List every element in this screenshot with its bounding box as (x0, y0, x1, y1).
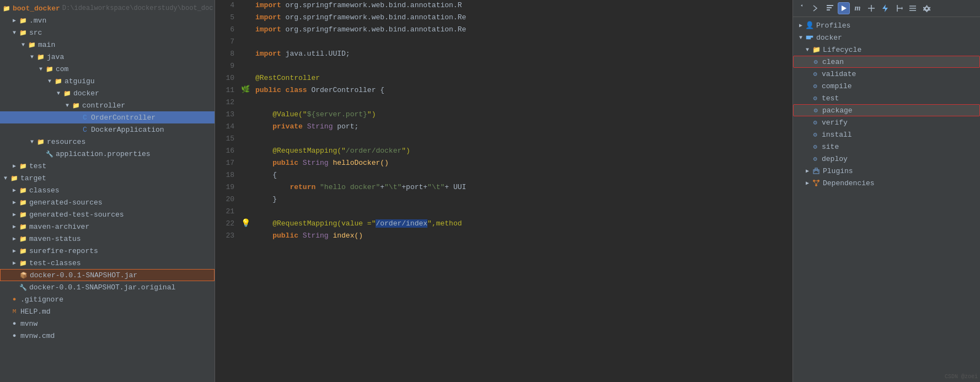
maven-test[interactable]: ⚙ test (793, 92, 980, 104)
line-content-5[interactable]: import org.springframework.web.bind.anno… (251, 12, 792, 23)
tree-atguigu[interactable]: ▼ 📁 atguigu (0, 75, 215, 87)
line-content-19[interactable]: return "hello docker"+"\t"+port+"\t"+ UU… (251, 182, 792, 192)
tree-docker-app-label: DockerApplication (91, 126, 164, 134)
tree-maven-status[interactable]: ▶ 📁 maven-status (0, 233, 215, 245)
line-content-20[interactable]: } (251, 194, 792, 205)
tree-gitignore[interactable]: ▶ ● .gitignore (0, 293, 215, 305)
maven-docker-module[interactable]: ▼ docker (793, 31, 980, 44)
tree-gen-test-sources[interactable]: ▶ 📁 generated-test-sources (0, 208, 215, 220)
line-content-17[interactable]: public String helloDocker() (251, 158, 792, 168)
maven-validate[interactable]: ⚙ validate (793, 68, 980, 80)
maven-dependencies[interactable]: ▶ Dependencies (793, 177, 980, 189)
tree-mvn[interactable]: ▶ 📁 .mvn (0, 14, 215, 26)
line-content-10[interactable]: @RestController (251, 73, 792, 83)
project-path: D:\idealworkspace\dockerstudy\boot_doc (62, 4, 213, 12)
line-content-22[interactable]: @RequestMapping(value ="/order/index",me… (251, 218, 792, 229)
tree-help-md[interactable]: ▶ M HELP.md (0, 305, 215, 318)
tree-order-controller[interactable]: ▶ C OrderController (0, 111, 215, 123)
line-content-8[interactable]: import java.util.UUID; (251, 49, 792, 59)
line-num-10: 10 (215, 73, 240, 82)
line-content-9[interactable] (251, 61, 792, 63)
tree-src[interactable]: ▼ 📁 src (0, 26, 215, 39)
refresh-button[interactable] (796, 2, 808, 14)
line-content-6[interactable]: import org.springframework.web.bind.anno… (251, 24, 792, 35)
tree-docker-pkg[interactable]: ▼ 📁 docker (0, 87, 215, 99)
tree-target[interactable]: ▼ 📁 target (0, 172, 215, 184)
line-content-23[interactable]: public String index() (251, 230, 792, 241)
maven-deploy[interactable]: ⚙ deploy (793, 153, 980, 165)
tree-gen-sources[interactable]: ▶ 📁 generated-sources (0, 196, 215, 208)
maven-clean[interactable]: ⚙ clean (793, 56, 980, 68)
align-button[interactable] (907, 2, 919, 14)
project-root[interactable]: 📁 boot_docker D:\idealworkspace\dockerst… (0, 2, 215, 14)
code-line-16: 16 @RequestMapping("/order/docker") (215, 146, 792, 158)
collapse-button[interactable] (824, 2, 836, 14)
line-content-11[interactable]: public class OrderController { (251, 85, 792, 95)
maven-lifecycle[interactable]: ▼ 📁 Lifecycle (793, 44, 980, 56)
tree-docker-app[interactable]: ▶ C DockerApplication (0, 123, 215, 136)
tree-order-controller-label: OrderController (91, 114, 156, 122)
gitignore-icon: ● (10, 295, 19, 304)
tree-test-classes[interactable]: ▶ 📁 test-classes (0, 257, 215, 269)
tree-resources[interactable]: ▼ 📁 resources (0, 136, 215, 148)
line-content-15[interactable] (251, 133, 792, 136)
tree-mvnw[interactable]: ▶ ● mvnw (0, 318, 215, 330)
line-content-18[interactable]: { (251, 170, 792, 180)
lightning-button[interactable] (879, 2, 891, 14)
maven-plugins[interactable]: ▶ Plugins (793, 165, 980, 177)
validate-gear-icon: ⚙ (811, 69, 820, 78)
line-num-23: 23 (215, 230, 240, 240)
expand-arrow-java: ▼ (29, 53, 35, 60)
settings-button[interactable] (920, 2, 933, 14)
docker-module-icon (805, 33, 814, 42)
clean-gear-icon: ⚙ (811, 57, 820, 66)
tree-main[interactable]: ▼ 📁 main (0, 39, 215, 51)
tree-java[interactable]: ▼ 📁 java (0, 51, 215, 63)
tree-docker-jar[interactable]: ▶ 📦 docker-0.0.1-SNAPSHOT.jar (0, 269, 215, 281)
line-content-14[interactable]: private String port; (251, 121, 792, 132)
code-editor[interactable]: 4 import org.springframework.web.bind.an… (215, 0, 792, 382)
tree-docker-jar-orig[interactable]: ▶ 🔧 docker-0.0.1-SNAPSHOT.jar.original (0, 281, 215, 293)
step-button[interactable] (893, 2, 905, 14)
compile-gear-icon: ⚙ (811, 82, 820, 90)
gutter-22: 💡 (240, 218, 251, 228)
folder-atguigu-icon: 📁 (54, 77, 63, 85)
project-tree[interactable]: 📁 boot_docker D:\idealworkspace\dockerst… (0, 0, 215, 382)
svg-rect-14 (806, 36, 808, 37)
tree-mvnw-cmd[interactable]: ▶ ● mvnw.cmd (0, 330, 215, 342)
expand-arrow-mvn: ▶ (11, 17, 18, 24)
expand-arrow-test: ▶ (11, 163, 18, 169)
plugins-icon (812, 166, 821, 175)
toggle2-button[interactable] (865, 2, 877, 14)
tree-maven-archiver[interactable]: ▶ 📁 maven-archiver (0, 220, 215, 233)
spring-icon: 🌿 (241, 85, 250, 94)
maven-compile[interactable]: ⚙ compile (793, 80, 980, 92)
maven-install[interactable]: ⚙ install (793, 128, 980, 141)
maven-profiles[interactable]: ▶ 👤 Profiles (793, 19, 980, 31)
add-button[interactable] (810, 2, 822, 14)
tree-app-props[interactable]: ▶ 🔧 application.properties (0, 148, 215, 160)
maven-verify[interactable]: ⚙ verify (793, 116, 980, 128)
expand-arrow-test-classes: ▶ (11, 260, 18, 266)
line-content-12[interactable] (251, 97, 792, 99)
svg-rect-16 (811, 36, 813, 37)
line-content-16[interactable]: @RequestMapping("/order/docker") (251, 146, 792, 156)
tree-controller[interactable]: ▼ 📁 controller (0, 99, 215, 111)
tree-surefire[interactable]: ▶ 📁 surefire-reports (0, 245, 215, 257)
tree-classes[interactable]: ▶ 📁 classes (0, 184, 215, 196)
tree-com[interactable]: ▼ 📁 com (0, 63, 215, 75)
maven-site[interactable]: ⚙ site (793, 141, 980, 153)
line-num-6: 6 (215, 24, 240, 34)
tree-test[interactable]: ▶ 📁 test (0, 160, 215, 172)
line-content-7[interactable] (251, 36, 792, 39)
line-content-21[interactable] (251, 206, 792, 208)
svg-marker-6 (882, 4, 888, 12)
run-button[interactable] (838, 2, 850, 14)
tree-docker-pkg-label: docker (73, 89, 99, 98)
code-line-22: 22 💡 @RequestMapping(value ="/order/inde… (215, 218, 792, 230)
toggle1-button[interactable]: m (852, 2, 864, 14)
maven-package[interactable]: ⚙ package (793, 104, 980, 116)
svg-rect-18 (808, 37, 811, 39)
line-content-4[interactable]: import org.springframework.web.bind.anno… (251, 0, 792, 10)
line-content-13[interactable]: @Value("${server.port}") (251, 109, 792, 120)
